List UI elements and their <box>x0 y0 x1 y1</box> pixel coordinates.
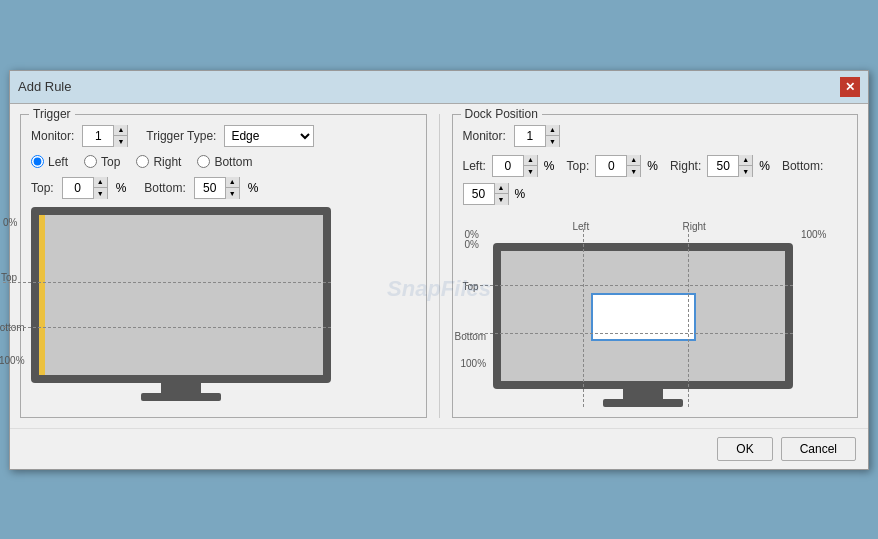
dock-top-spinner[interactable]: ▲ ▼ <box>595 155 641 177</box>
trigger-panel: Trigger Monitor: ▲ ▼ Trigger Type: Edge … <box>20 114 427 418</box>
dock-tv-base <box>603 399 683 407</box>
trigger-top-row: Monitor: ▲ ▼ Trigger Type: Edge Window A… <box>31 125 416 147</box>
trigger-bottom-down[interactable]: ▼ <box>225 188 239 199</box>
dock-left-input[interactable] <box>493 156 523 176</box>
trigger-yellow-line <box>39 215 45 375</box>
trigger-tv-stand <box>31 383 331 401</box>
panel-divider <box>439 114 440 418</box>
dock-top-down[interactable]: ▼ <box>626 166 640 177</box>
trigger-bottom-dashed-line <box>3 327 331 328</box>
trigger-monitor-down[interactable]: ▼ <box>113 136 127 147</box>
dock-monitor-down[interactable]: ▼ <box>545 136 559 147</box>
dock-top-dashed <box>465 285 793 286</box>
dock-top-pct: % <box>647 159 658 173</box>
dock-right-dashed <box>688 229 689 407</box>
dock-left-spinner[interactable]: ▲ ▼ <box>492 155 538 177</box>
dock-pct-100-bottom: 100% <box>461 358 487 369</box>
trigger-bottom-label: Bottom: <box>144 181 185 195</box>
dock-pct-0-top: 0% <box>465 239 479 250</box>
trigger-bottom-pct: % <box>248 181 259 195</box>
trigger-tv-base <box>141 393 221 401</box>
trigger-tv-neck <box>161 383 201 393</box>
dock-bottom-down[interactable]: ▼ <box>494 194 508 205</box>
dock-monitor-label: Monitor: <box>463 129 506 143</box>
trigger-radio-top[interactable]: Top <box>84 155 120 169</box>
dock-bottom-input[interactable] <box>464 184 494 204</box>
trigger-monitor-preview: 0% Top Bottom 100% <box>31 207 416 401</box>
dock-tv-screen <box>501 251 785 381</box>
trigger-monitor-up[interactable]: ▲ <box>113 125 127 137</box>
dock-monitor-spinner[interactable]: ▲ ▼ <box>514 125 560 147</box>
trigger-monitor-spinner[interactable]: ▲ ▼ <box>82 125 128 147</box>
dock-bottom-label: Bottom: <box>782 159 823 173</box>
dock-tv-outer <box>493 243 793 389</box>
dock-right-input[interactable] <box>708 156 738 176</box>
dock-ltrb-row: Left: ▲ ▼ % Top: ▲ ▼ % <box>463 155 848 205</box>
trigger-tv-screen <box>39 215 323 375</box>
dock-pct-100-right: 100% <box>801 229 827 240</box>
dock-monitor-up[interactable]: ▲ <box>545 125 559 137</box>
trigger-monitor-input[interactable] <box>83 126 113 146</box>
dock-left-label: Left: <box>463 159 486 173</box>
add-rule-dialog: Add Rule ✕ Trigger Monitor: ▲ ▼ Trigger … <box>9 70 869 470</box>
trigger-radio-bottom[interactable]: Bottom <box>197 155 252 169</box>
dialog-body: Trigger Monitor: ▲ ▼ Trigger Type: Edge … <box>10 104 868 428</box>
trigger-bottom-up[interactable]: ▲ <box>225 177 239 189</box>
dock-top-up[interactable]: ▲ <box>626 155 640 167</box>
dock-panel: Dock Position Monitor: ▲ ▼ Left: <box>452 114 859 418</box>
trigger-radio-left[interactable]: Left <box>31 155 68 169</box>
trigger-pct-100: 100% <box>0 355 25 366</box>
trigger-type-label: Trigger Type: <box>146 129 216 143</box>
dock-right-down[interactable]: ▼ <box>738 166 752 177</box>
dock-left-down[interactable]: ▼ <box>523 166 537 177</box>
ok-button[interactable]: OK <box>717 437 772 461</box>
trigger-top-label: Top: <box>31 181 54 195</box>
dock-tv-stand <box>493 389 793 407</box>
dock-label-right: Right <box>683 221 706 232</box>
dock-left-dashed <box>583 229 584 407</box>
trigger-bottom-input[interactable] <box>195 178 225 198</box>
dock-right-label: Right: <box>670 159 701 173</box>
cancel-button[interactable]: Cancel <box>781 437 856 461</box>
dock-bottom-up[interactable]: ▲ <box>494 183 508 195</box>
dock-tv-neck <box>623 389 663 399</box>
dock-bottom-pct: % <box>515 187 526 201</box>
dock-right-up[interactable]: ▲ <box>738 155 752 167</box>
trigger-top-input[interactable] <box>63 178 93 198</box>
trigger-top-down[interactable]: ▼ <box>93 188 107 199</box>
dock-bottom-dashed <box>465 333 793 334</box>
trigger-monitor-label: Monitor: <box>31 129 74 143</box>
dock-monitor-input[interactable] <box>515 126 545 146</box>
dock-top-label: Top: <box>567 159 590 173</box>
trigger-top-bottom-row: Top: ▲ ▼ % Bottom: ▲ ▼ % <box>31 177 416 199</box>
trigger-bottom-spinner[interactable]: ▲ ▼ <box>194 177 240 199</box>
trigger-pct-0: 0% <box>3 217 17 228</box>
dialog-footer: OK Cancel <box>10 428 868 469</box>
trigger-top-dashed-line <box>3 282 331 283</box>
trigger-radio-right[interactable]: Right <box>136 155 181 169</box>
trigger-top-up[interactable]: ▲ <box>93 177 107 189</box>
dock-monitor-row: Monitor: ▲ ▼ <box>463 125 848 147</box>
dock-label-top: Top <box>463 281 479 292</box>
trigger-top-spinner[interactable]: ▲ ▼ <box>62 177 108 199</box>
dock-left-up[interactable]: ▲ <box>523 155 537 167</box>
trigger-panel-title: Trigger <box>29 107 75 121</box>
dock-monitor-preview: Left Right 0% 100% 0% Top Bottom 100% <box>463 213 848 407</box>
trigger-top-pct: % <box>116 181 127 195</box>
dialog-title: Add Rule <box>18 79 71 94</box>
dock-label-left: Left <box>573 221 590 232</box>
dock-right-pct: % <box>759 159 770 173</box>
trigger-type-select[interactable]: Edge Window Application <box>224 125 314 147</box>
close-button[interactable]: ✕ <box>840 77 860 97</box>
dock-top-input[interactable] <box>596 156 626 176</box>
dock-right-spinner[interactable]: ▲ ▼ <box>707 155 753 177</box>
dock-bottom-spinner[interactable]: ▲ ▼ <box>463 183 509 205</box>
trigger-radio-group: Left Top Right Bottom <box>31 155 416 169</box>
title-bar: Add Rule ✕ <box>10 71 868 104</box>
trigger-tv-outer <box>31 207 331 383</box>
dock-left-pct: % <box>544 159 555 173</box>
dock-panel-title: Dock Position <box>461 107 542 121</box>
